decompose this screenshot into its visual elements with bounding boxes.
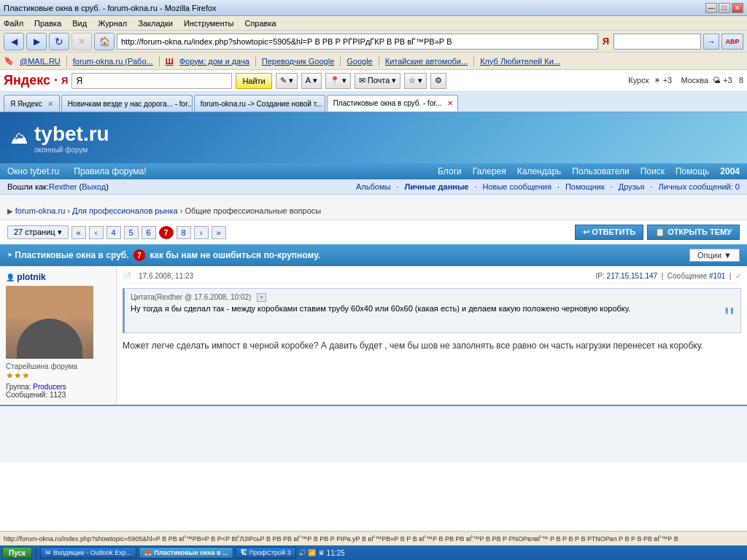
forward-button[interactable]: ▶	[26, 33, 47, 50]
ya-icon-btn-3[interactable]: 📍 ▾	[325, 73, 351, 89]
sep3: ·	[557, 182, 560, 191]
address-input[interactable]	[117, 34, 598, 50]
minimize-button[interactable]: —	[705, 3, 717, 13]
menu-edit[interactable]: Правка	[34, 19, 61, 28]
stop-button[interactable]: ✕	[71, 33, 92, 50]
posts-label: Сообщений:	[6, 391, 47, 399]
tab-novichkam[interactable]: Новичкам везде у нас дорога... - for... …	[61, 95, 193, 112]
bookmark-forum-okna[interactable]: forum-okna.ru (Рабо...	[73, 57, 153, 66]
forum-nav-right: Блоги Галерея Календарь Пользователи Пои…	[438, 166, 740, 176]
refresh-button[interactable]: ↻	[49, 33, 69, 50]
menu-file[interactable]: Файл	[4, 19, 23, 28]
post-author-column: 👤 plotnik Старейшина форума ★★★ Группа: …	[0, 266, 117, 405]
author-stars: ★★★	[6, 370, 110, 381]
title-controls[interactable]: — □ ✕	[705, 3, 743, 13]
author-group-label: Группа:	[6, 383, 31, 391]
browser-search-input[interactable]	[614, 34, 701, 50]
start-button[interactable]: Пуск	[2, 547, 32, 559]
bookmark-forum-dom[interactable]: Ш	[166, 57, 174, 66]
page-first[interactable]: «	[71, 226, 86, 239]
tab-plastic[interactable]: Пластиковые окна в сруб. - for... ✕	[327, 95, 458, 112]
nav-rules[interactable]: Правила форума!	[74, 166, 146, 176]
quote-expand-btn[interactable]: +	[257, 293, 266, 302]
post-ip-link[interactable]: 217.15.151.147	[607, 272, 658, 280]
options-button[interactable]: Опции ▼	[689, 249, 740, 262]
menu-history[interactable]: Журнал	[98, 19, 127, 28]
author-group-link[interactable]: Producers	[33, 383, 66, 391]
forum-breadcrumb: ▶ forum-okna.ru › Для профессионалов рын…	[0, 202, 747, 220]
home-button[interactable]: 🏠	[94, 33, 115, 50]
status-text: http://forum-okna.ru/index.php?showtopic…	[4, 535, 678, 542]
post-author-name[interactable]: plotnik	[17, 272, 45, 282]
tab-yandex[interactable]: Я Яндекс ✕	[4, 95, 60, 112]
username-link[interactable]: Rexther	[49, 182, 77, 191]
firefox-icon: 🦊	[144, 549, 152, 556]
ya-icon-btn-2[interactable]: A ▾	[301, 73, 322, 89]
page-4[interactable]: 4	[107, 226, 121, 239]
yandex-search-input[interactable]	[71, 73, 232, 89]
page-5[interactable]: 5	[124, 226, 139, 239]
bookmark-chinese[interactable]: Китайские автомоби...	[385, 57, 468, 66]
menu-tools[interactable]: Инструменты	[184, 19, 234, 28]
menu-bookmarks[interactable]: Закладки	[138, 19, 173, 28]
bookmark-forum-dom-text[interactable]: Форум: дом и дача	[179, 57, 249, 66]
menu-help[interactable]: Справка	[244, 19, 276, 28]
breadcrumb-cat[interactable]: Для профессионалов рынка	[72, 206, 178, 215]
nav-users[interactable]: Пользователи	[572, 166, 629, 176]
link-albums[interactable]: Альбомы	[356, 182, 390, 191]
browser-search-button[interactable]: →	[703, 34, 719, 50]
open-topic-button[interactable]: 📋 ОТКРЫТЬ ТЕМУ	[647, 225, 740, 240]
post-num[interactable]: #101	[709, 272, 725, 280]
ya-icon-btn-1[interactable]: ✎ ▾	[276, 73, 298, 89]
page-prev[interactable]: ‹	[89, 226, 104, 239]
taskbar-item-outlook[interactable]: ✉ Входящие - Outlook Exp...	[40, 547, 136, 559]
page-next[interactable]: ›	[194, 226, 209, 239]
bookmark-separator-2	[159, 56, 160, 66]
bookmark-club[interactable]: Клуб Любителей Ки...	[480, 57, 560, 66]
nav-gallery[interactable]: Галерея	[473, 166, 506, 176]
ya-settings-btn[interactable]: ⚙	[430, 73, 446, 89]
maximize-button[interactable]: □	[719, 3, 730, 13]
link-new-messages[interactable]: Новые сообщения	[483, 182, 551, 191]
toolbar: ◀ ▶ ↻ ✕ 🏠 Я → ABP	[0, 31, 747, 52]
profstroy-label: ПрофСтрой 3	[249, 549, 291, 556]
link-personal[interactable]: Личные данные	[404, 182, 468, 191]
tab-yandex-close[interactable]: ✕	[47, 100, 53, 108]
nav-help[interactable]: Помощь	[676, 166, 709, 176]
tab-novichkam-label: Новичкам везде у нас дорога... - for...	[68, 100, 193, 108]
spacer	[0, 195, 747, 202]
back-button[interactable]: ◀	[4, 33, 24, 50]
logout-link[interactable]: Выход	[82, 182, 106, 191]
bookmark-mail[interactable]: @MAIL.RU	[20, 57, 61, 66]
menu-view[interactable]: Вид	[72, 19, 87, 28]
breadcrumb-arrow: ▶	[7, 207, 15, 215]
bookmark-translate[interactable]: Переводчик Google	[262, 57, 335, 66]
link-helper[interactable]: Помощник	[565, 182, 605, 191]
tab-plastic-close[interactable]: ✕	[447, 99, 453, 107]
page-last[interactable]: »	[212, 226, 226, 239]
nav-blogs[interactable]: Блоги	[438, 166, 462, 176]
breadcrumb-root[interactable]: forum-okna.ru	[15, 206, 65, 215]
yandex-search-button[interactable]: Найти	[236, 73, 271, 89]
nav-search[interactable]: Поиск	[640, 166, 665, 176]
link-messages[interactable]: Личных сообщений: 0	[659, 182, 740, 191]
forum-wrapper: ⛰ tybet.ru оконный форум Окно tybet.ru П…	[0, 112, 747, 406]
reply-button[interactable]: ↩ ОТВЕТИТЬ	[575, 225, 643, 240]
page-8[interactable]: 8	[177, 226, 191, 239]
forum-pagination: 27 страниц ▾ « ‹ 4 5 6 7 8 › » ↩ ОТВЕТИТ…	[0, 220, 747, 244]
page-7-current[interactable]: 7	[159, 226, 174, 239]
nav-calendar[interactable]: Календарь	[517, 166, 562, 176]
taskbar-item-profstroy[interactable]: 🏗 ПрофСтрой 3	[236, 547, 296, 559]
abp-button[interactable]: ABP	[721, 34, 743, 50]
ya-btn-4[interactable]: ☆ ▾	[404, 73, 427, 89]
link-friends[interactable]: Друзья	[619, 182, 645, 191]
taskbar-item-plastic[interactable]: 🦊 Пластиковые окна в ...	[139, 547, 233, 559]
taskbar-time: 11:25	[327, 549, 345, 557]
page-6[interactable]: 6	[142, 226, 156, 239]
bookmarks-icon: 🔖	[4, 56, 14, 66]
bookmark-google[interactable]: Google	[347, 57, 372, 66]
ya-mail-btn[interactable]: ✉ Почта ▾	[355, 73, 401, 89]
tab-create[interactable]: forum-okna.ru -> Создание новой т... ✕	[194, 95, 325, 112]
nav-okno[interactable]: Окно tybet.ru	[7, 166, 59, 176]
close-button[interactable]: ✕	[732, 3, 743, 13]
